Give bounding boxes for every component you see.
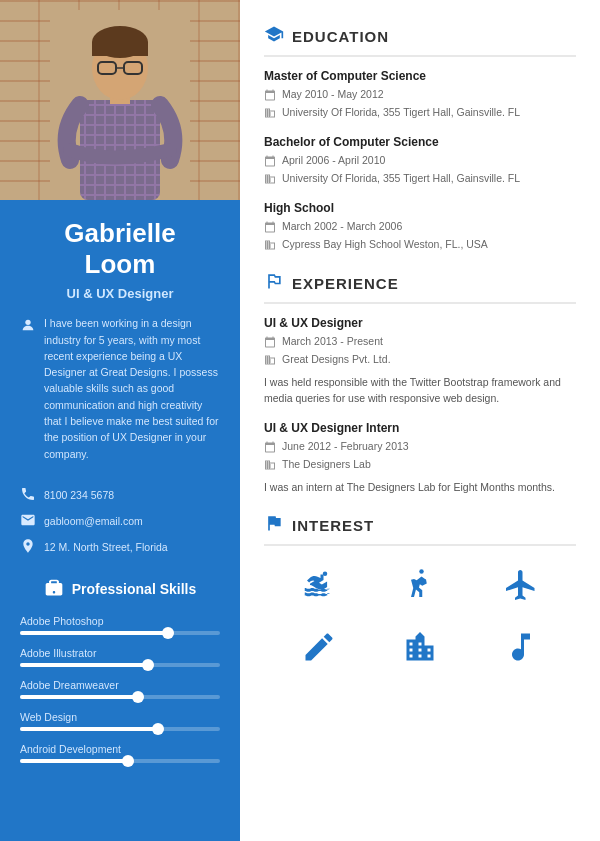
briefcase-icon (44, 578, 64, 601)
company-icon (264, 354, 276, 368)
svg-point-14 (419, 569, 424, 574)
education-institution: University Of Florida, 355 Tigert Hall, … (264, 106, 576, 121)
experience-description: I was an intern at The Designers Lab for… (264, 479, 576, 495)
interest-header: Interest (264, 513, 576, 546)
interest-swimming (274, 560, 363, 610)
city-icon (402, 629, 438, 665)
phone-icon (20, 486, 36, 504)
skill-bar-fill (20, 663, 150, 667)
calendar-icon (264, 441, 276, 455)
skill-bar-background (20, 727, 220, 731)
interest-gymnastics (375, 560, 464, 610)
experience-entry: UI & UX Designer Intern June 2012 - Febr… (264, 421, 576, 495)
education-date: April 2006 - April 2010 (264, 154, 576, 169)
phone-contact: 8100 234 5678 (20, 486, 220, 504)
experience-header: EXPERIENCE (264, 271, 576, 304)
education-icon (264, 24, 284, 49)
skill-label: Adobe Dreamweaver (20, 679, 220, 691)
skill-item: Adobe Dreamweaver (20, 679, 220, 699)
skills-section: Professional Skills Adobe Photoshop Adob… (0, 578, 240, 775)
location-icon (20, 538, 36, 556)
skills-list: Adobe Photoshop Adobe Illustrator Adobe … (20, 615, 220, 763)
person-icon (20, 317, 36, 461)
skill-item: Web Design (20, 711, 220, 731)
experience-entry: UI & UX Designer March 2013 - Present Gr… (264, 316, 576, 407)
building-icon (264, 107, 276, 121)
building-icon (264, 239, 276, 253)
calendar-icon (264, 155, 276, 169)
travel-icon (503, 567, 539, 603)
address-contact: 12 M. North Street, Florida (20, 538, 220, 556)
skill-label: Adobe Photoshop (20, 615, 220, 627)
education-degree: Master of Computer Science (264, 69, 576, 83)
experience-date: March 2013 - Present (264, 335, 576, 350)
skill-label: Web Design (20, 711, 220, 723)
sidebar-info: Gabrielle Loom UI & UX Designer I have b… (0, 200, 240, 486)
skill-bar-background (20, 759, 220, 763)
calendar-icon (264, 221, 276, 235)
svg-rect-6 (92, 42, 148, 56)
calendar-icon (264, 89, 276, 103)
email-icon (20, 512, 36, 530)
education-list: Master of Computer Science May 2010 - Ma… (264, 69, 576, 253)
education-institution: University Of Florida, 355 Tigert Hall, … (264, 172, 576, 187)
main-content: EDUCATION Master of Computer Science May… (240, 0, 600, 841)
education-degree: High School (264, 201, 576, 215)
contact-section: 8100 234 5678 gabloom@email.com 12 M. No… (0, 486, 240, 564)
candidate-name: Gabrielle Loom (20, 218, 220, 280)
candidate-bio: I have been working in a design industry… (20, 315, 220, 461)
email-contact: gabloom@email.com (20, 512, 220, 530)
skill-item: Adobe Illustrator (20, 647, 220, 667)
skill-label: Android Development (20, 743, 220, 755)
company-icon (264, 459, 276, 473)
skill-bar-fill (20, 759, 130, 763)
experience-list: UI & UX Designer March 2013 - Present Gr… (264, 316, 576, 495)
experience-title: UI & UX Designer Intern (264, 421, 576, 435)
education-header: EDUCATION (264, 24, 576, 57)
profile-photo (0, 0, 240, 200)
experience-company: The Designers Lab (264, 458, 576, 473)
experience-title: UI & UX Designer (264, 316, 576, 330)
skill-item: Adobe Photoshop (20, 615, 220, 635)
education-entry: Master of Computer Science May 2010 - Ma… (264, 69, 576, 121)
skill-bar-fill (20, 695, 140, 699)
skill-bar-background (20, 695, 220, 699)
skill-bar-background (20, 631, 220, 635)
interest-section: Interest (264, 513, 576, 672)
skill-label: Adobe Illustrator (20, 647, 220, 659)
education-institution: Cypress Bay High School Weston, FL., USA (264, 238, 576, 253)
svg-point-12 (25, 320, 30, 325)
calendar-icon (264, 336, 276, 350)
education-section: EDUCATION Master of Computer Science May… (264, 24, 576, 253)
education-entry: High School March 2002 - March 2006 Cypr… (264, 201, 576, 253)
experience-description: I was held responsible with the Twitter … (264, 374, 576, 407)
person-illustration (50, 10, 190, 200)
gymnastics-icon (402, 567, 438, 603)
education-date: May 2010 - May 2012 (264, 88, 576, 103)
writing-icon (301, 629, 337, 665)
experience-date: June 2012 - February 2013 (264, 440, 576, 455)
education-entry: Bachelor of Computer Science April 2006 … (264, 135, 576, 187)
skill-bar-fill (20, 727, 160, 731)
experience-section: EXPERIENCE UI & UX Designer March 2013 -… (264, 271, 576, 495)
swimming-icon (301, 567, 337, 603)
experience-icon (264, 271, 284, 296)
interest-music (477, 622, 566, 672)
sidebar: Gabrielle Loom UI & UX Designer I have b… (0, 0, 240, 841)
interest-city (375, 622, 464, 672)
skill-bar-fill (20, 631, 170, 635)
skill-item: Android Development (20, 743, 220, 763)
candidate-title: UI & UX Designer (20, 286, 220, 301)
interest-icon (264, 513, 284, 538)
education-degree: Bachelor of Computer Science (264, 135, 576, 149)
experience-company: Great Designs Pvt. Ltd. (264, 353, 576, 368)
interests-grid (264, 560, 576, 672)
interest-travel (477, 560, 566, 610)
skills-header: Professional Skills (20, 578, 220, 601)
interest-writing (274, 622, 363, 672)
skill-bar-background (20, 663, 220, 667)
building-icon (264, 173, 276, 187)
education-date: March 2002 - March 2006 (264, 220, 576, 235)
music-icon (503, 629, 539, 665)
